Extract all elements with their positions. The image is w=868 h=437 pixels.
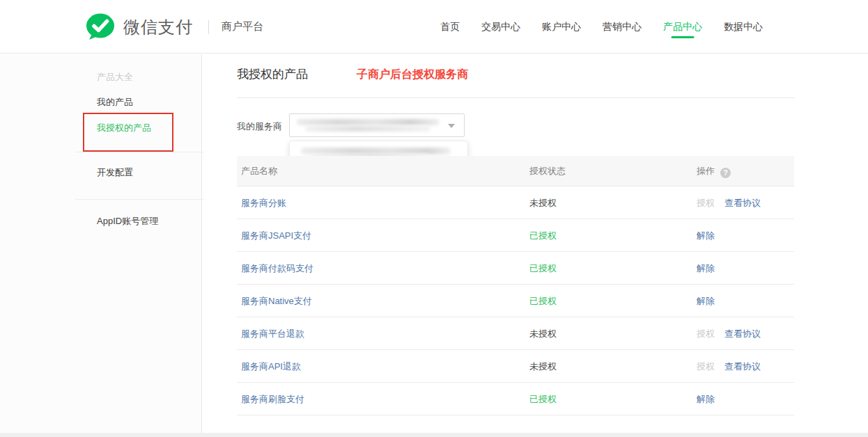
status-text: 已授权 xyxy=(529,383,557,415)
status-text: 已授权 xyxy=(529,252,557,285)
action-revoke[interactable]: 解除 xyxy=(697,252,715,285)
product-link[interactable]: 服务商JSAPI支付 xyxy=(241,219,311,252)
status-text: 已授权 xyxy=(529,285,557,317)
column-auth-status: 授权状态 xyxy=(529,156,566,186)
table-header: 产品名称 授权状态 操作? xyxy=(237,156,794,186)
censored-text-blur xyxy=(297,119,440,125)
column-operation: 操作? xyxy=(697,156,731,186)
top-header: 微信支付 商户平台 首页 交易中心 账户中心 营销中心 产品中心 数据中心 xyxy=(0,0,868,54)
action-authorize[interactable]: 授权 xyxy=(697,317,715,350)
sidebar-divider xyxy=(75,152,204,152)
action-revoke[interactable]: 解除 xyxy=(697,383,715,415)
product-link[interactable]: 服务商刷脸支付 xyxy=(241,383,304,415)
product-link[interactable]: 服务商Native支付 xyxy=(241,285,312,317)
action-revoke[interactable]: 解除 xyxy=(697,285,715,317)
chevron-down-icon xyxy=(448,124,455,128)
action-view-agreement[interactable]: 查看协议 xyxy=(724,350,761,383)
product-link[interactable]: 服务商分账 xyxy=(241,186,286,219)
brand-divider xyxy=(208,20,209,34)
portal-title: 商户平台 xyxy=(222,20,263,33)
sidebar-item-appid-manage[interactable]: AppID账号管理 xyxy=(97,215,158,228)
nav-data-center[interactable]: 数据中心 xyxy=(724,0,763,54)
nav-home[interactable]: 首页 xyxy=(440,0,460,54)
sidebar-divider xyxy=(75,199,204,200)
status-text: 已授权 xyxy=(529,219,557,252)
annotation-rectangle xyxy=(83,113,173,152)
annotation-text: 子商户后台授权服务商 xyxy=(357,67,468,82)
action-revoke[interactable]: 解除 xyxy=(697,219,715,252)
wechat-pay-merchant-page: 微信支付 商户平台 首页 交易中心 账户中心 营销中心 产品中心 数据中心 产品… xyxy=(0,0,868,437)
wechat-pay-logo-icon xyxy=(84,13,116,41)
product-link[interactable]: 服务商付款码支付 xyxy=(241,252,313,285)
product-link[interactable]: 服务商平台退款 xyxy=(241,317,304,350)
table-row: 服务商平台退款 未授权 授权 查看协议 xyxy=(237,317,794,350)
nav-marketing-center[interactable]: 营销中心 xyxy=(603,0,642,54)
status-text: 未授权 xyxy=(529,350,557,383)
action-view-agreement[interactable]: 查看协议 xyxy=(724,186,761,219)
table-row: 服务商分账 未授权 授权 查看协议 xyxy=(237,186,794,219)
top-nav: 首页 交易中心 账户中心 营销中心 产品中心 数据中心 xyxy=(440,0,763,54)
table-row: 服务商JSAPI支付 已授权 解除 xyxy=(237,219,794,252)
nav-transactions[interactable]: 交易中心 xyxy=(481,0,520,54)
sidebar-item-dev-config[interactable]: 开发配置 xyxy=(97,166,133,179)
column-product-name: 产品名称 xyxy=(241,156,277,186)
nav-product-center[interactable]: 产品中心 xyxy=(663,0,702,54)
brand-group[interactable]: 微信支付 商户平台 xyxy=(84,0,263,54)
page-title: 我授权的产品 xyxy=(237,66,308,82)
provider-select[interactable] xyxy=(289,113,465,137)
status-text: 未授权 xyxy=(529,317,557,350)
brand-title: 微信支付 xyxy=(123,16,193,38)
action-authorize[interactable]: 授权 xyxy=(697,350,715,383)
sidebar-item-my-products[interactable]: 我的产品 xyxy=(97,96,133,109)
title-divider xyxy=(237,97,794,98)
table-row: 服务商付款码支付 已授权 解除 xyxy=(237,252,794,285)
sidebar-section-title: 产品大全 xyxy=(97,71,133,84)
table-row: 服务商API退款 未授权 授权 查看协议 xyxy=(237,350,794,383)
table-row: 服务商Native支付 已授权 解除 xyxy=(237,285,794,317)
sidebar: 产品大全 我的产品 我授权的产品 开发配置 AppID账号管理 xyxy=(0,54,202,433)
nav-account-center[interactable]: 账户中心 xyxy=(542,0,581,54)
column-operation-label: 操作 xyxy=(697,166,715,176)
censored-text-blur xyxy=(305,126,431,132)
authorization-table: 产品名称 授权状态 操作? 服务商分账 未授权 授权 查看协议 服务商JSAPI… xyxy=(237,156,794,415)
action-view-agreement[interactable]: 查看协议 xyxy=(724,317,761,350)
provider-label: 我的服务商 xyxy=(237,120,282,133)
product-link[interactable]: 服务商API退款 xyxy=(241,350,301,383)
action-authorize[interactable]: 授权 xyxy=(697,186,715,219)
status-text: 未授权 xyxy=(529,186,557,219)
help-icon[interactable]: ? xyxy=(720,168,731,178)
page-bottom-edge xyxy=(0,433,868,437)
table-row: 服务商刷脸支付 已授权 解除 xyxy=(237,383,794,415)
